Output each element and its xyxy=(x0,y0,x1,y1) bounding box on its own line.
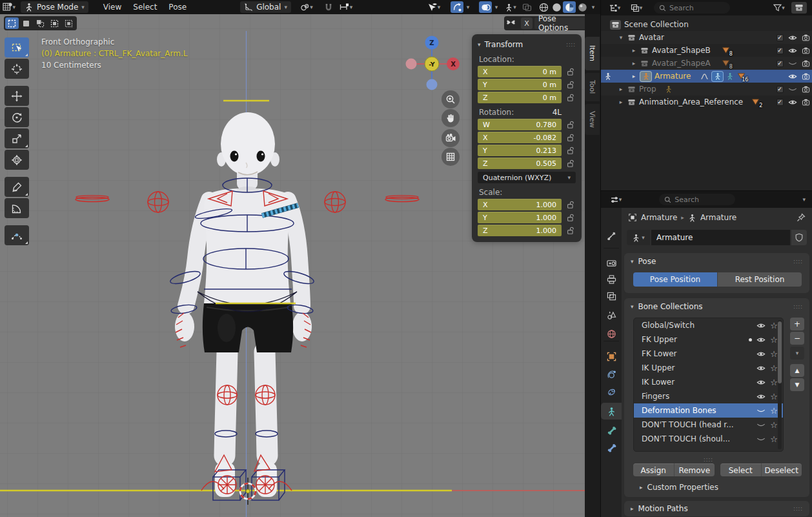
bone-collection-row[interactable]: IK Lower ☆ xyxy=(634,375,783,389)
custom-properties-subpanel[interactable]: ▸ Custom Properties xyxy=(640,483,718,492)
rotation-w-field[interactable]: W0.780 xyxy=(478,119,562,130)
bone-collection-row[interactable]: IK Upper ☆ xyxy=(634,361,783,375)
transform-collapse[interactable]: ▾ xyxy=(478,41,481,48)
eye-icon[interactable] xyxy=(788,48,797,54)
filter-dropdown[interactable]: ▾ xyxy=(769,2,789,14)
shading-dropdown[interactable]: ▾ xyxy=(589,1,598,13)
tab-bone-constraints[interactable] xyxy=(601,439,622,456)
panel-drag-handle[interactable]: :::: xyxy=(566,42,576,48)
eye-icon[interactable] xyxy=(756,380,766,385)
scale-y-field[interactable]: Y1.000 xyxy=(478,212,562,223)
exclude-checkbox[interactable]: ✓ xyxy=(776,60,784,67)
bone-collection-row[interactable]: FK Lower ☆ xyxy=(634,347,783,361)
bone-collection-row[interactable]: DON'T TOUCH (shoul... ☆ xyxy=(634,432,783,446)
lock-icon[interactable] xyxy=(565,146,576,155)
eye-icon[interactable] xyxy=(756,351,766,357)
camera-icon[interactable] xyxy=(802,47,810,54)
shading-rendered-button[interactable] xyxy=(576,1,589,13)
expand-icon[interactable]: ▸ xyxy=(631,60,637,66)
move-up-button[interactable]: ▲ xyxy=(790,364,804,377)
solo-star-icon[interactable]: ☆ xyxy=(770,407,778,415)
eye-closed-icon[interactable] xyxy=(756,422,766,428)
solo-star-icon[interactable]: ☆ xyxy=(770,421,778,429)
exclude-checkbox[interactable]: ✓ xyxy=(776,47,784,54)
tab-object[interactable] xyxy=(601,348,622,365)
display-mode-dropdown[interactable]: ▾ xyxy=(627,2,646,14)
mirror-x-axis-button[interactable]: X xyxy=(521,17,533,29)
shading-solid-button[interactable] xyxy=(550,1,563,13)
gizmo-dropdown[interactable]: ▾ xyxy=(463,1,472,13)
tab-view-layer[interactable] xyxy=(601,288,622,305)
select-button[interactable]: Select xyxy=(720,463,761,476)
assign-button[interactable]: Assign xyxy=(633,463,674,476)
bone-collection-row[interactable]: DON'T TOUCH (head r... ☆ xyxy=(634,418,783,432)
id-name-field[interactable]: Armature xyxy=(651,230,790,245)
outliner-row-prop[interactable]: ▸ Prop ✓ xyxy=(601,83,812,96)
lock-icon[interactable] xyxy=(565,93,576,102)
location-y-field[interactable]: Y0 m xyxy=(478,79,562,90)
expand-icon[interactable]: ▸ xyxy=(631,73,637,79)
camera-icon[interactable] xyxy=(802,99,810,106)
breadcrumb-data[interactable]: Armature xyxy=(700,213,736,222)
expand-icon[interactable]: ▸ xyxy=(618,99,624,105)
gizmo-neg-y[interactable]: -Y xyxy=(425,57,439,71)
pin-id-button[interactable] xyxy=(797,213,806,224)
deselect-button[interactable]: Deselect xyxy=(761,463,802,476)
panel-drag-handle[interactable]: :::: xyxy=(793,259,803,265)
properties-options-dropdown[interactable]: ▾ xyxy=(802,196,806,203)
rotation-z-field[interactable]: Z0.505 xyxy=(478,157,562,169)
pose-overlay-dropdown[interactable]: ▾ xyxy=(501,1,520,13)
eye-icon[interactable] xyxy=(756,337,766,343)
outliner-row-avatar-shapea[interactable]: ▸ Avatar_ShapeA 8 ✓ xyxy=(601,57,812,70)
object-visibility-dropdown[interactable]: ▾ xyxy=(423,1,444,13)
outliner-editor-type-button[interactable]: ▾ xyxy=(605,2,624,14)
tab-tool[interactable] xyxy=(601,227,622,244)
properties-search-input[interactable] xyxy=(675,196,730,204)
menu-select[interactable]: Select xyxy=(127,3,163,12)
select-mode-subtract[interactable] xyxy=(34,17,47,29)
lock-icon[interactable] xyxy=(565,159,576,168)
tool-measure[interactable] xyxy=(5,198,29,218)
id-type-dropdown[interactable]: ▾ xyxy=(627,230,650,245)
tool-breakdowner[interactable] xyxy=(5,225,29,245)
pose-panel-collapse[interactable]: ▾ xyxy=(631,258,634,265)
rest-position-button[interactable]: Rest Position xyxy=(717,272,802,287)
tool-select-box[interactable] xyxy=(5,37,29,57)
select-mode-invert[interactable] xyxy=(48,17,61,29)
tool-scale[interactable] xyxy=(5,128,29,148)
solo-star-icon[interactable]: ☆ xyxy=(770,364,778,372)
collection-specials-dropdown[interactable]: ▾ xyxy=(790,347,804,360)
location-z-field[interactable]: Z0 m xyxy=(478,92,562,103)
select-mode-set[interactable] xyxy=(5,17,19,29)
eye-icon[interactable] xyxy=(756,323,766,329)
tab-world[interactable] xyxy=(601,325,622,342)
exclude-checkbox[interactable]: ✓ xyxy=(776,99,784,106)
solo-star-icon[interactable]: ☆ xyxy=(770,392,778,401)
eye-icon[interactable] xyxy=(788,35,797,41)
rotation-x-field[interactable]: X-0.082 xyxy=(478,132,562,143)
lock-icon[interactable] xyxy=(565,200,576,209)
select-mode-intersect[interactable] xyxy=(62,17,76,29)
tool-annotate[interactable] xyxy=(5,177,29,197)
eye-icon[interactable] xyxy=(788,99,797,105)
camera-icon[interactable] xyxy=(802,86,810,93)
eye-closed-icon[interactable] xyxy=(788,61,797,66)
show-gizmo-toggle[interactable] xyxy=(451,1,463,13)
tool-transform[interactable] xyxy=(5,150,29,170)
mirror-x-toggle[interactable] xyxy=(506,18,519,28)
pivot-dropdown[interactable]: ▾ xyxy=(296,1,317,13)
expand-icon[interactable]: ▸ xyxy=(618,86,624,92)
show-overlays-toggle[interactable] xyxy=(479,1,492,13)
eye-closed-icon[interactable] xyxy=(756,436,766,442)
lock-icon[interactable] xyxy=(565,80,576,89)
gizmo-neg-x[interactable] xyxy=(406,59,417,70)
lock-icon[interactable] xyxy=(565,67,576,76)
select-mode-extend[interactable] xyxy=(19,17,33,29)
outliner-row-avatar-shapeb[interactable]: ▸ Avatar_ShapeB 8 ✓ xyxy=(601,44,812,57)
motion-paths-panel[interactable]: ▸ Motion Paths :::: xyxy=(624,501,809,516)
gizmo-neg-z[interactable] xyxy=(427,79,438,90)
pan-button[interactable] xyxy=(442,109,460,127)
properties-search[interactable] xyxy=(659,194,735,205)
camera-icon[interactable] xyxy=(802,34,810,41)
tab-physics[interactable] xyxy=(601,366,622,383)
